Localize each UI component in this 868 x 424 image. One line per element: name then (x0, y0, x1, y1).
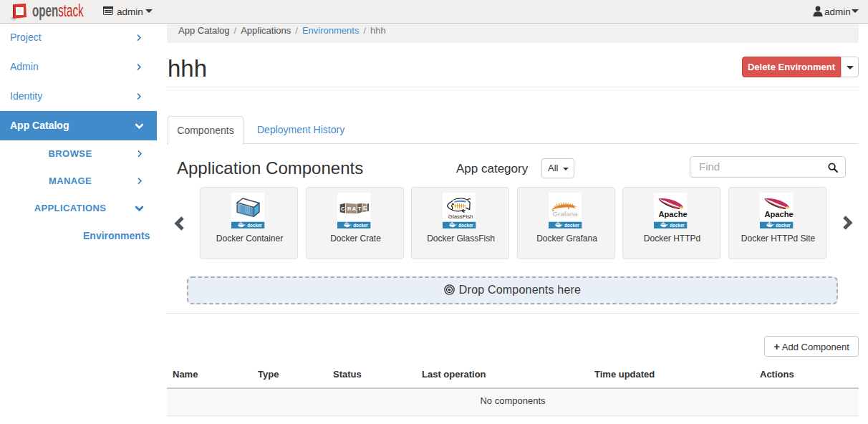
svg-text:R: R (347, 206, 352, 212)
svg-text:docker: docker (458, 223, 473, 228)
svg-text:docker: docker (564, 223, 579, 228)
svg-text:C: C (341, 206, 345, 212)
svg-text:GlassFish: GlassFish (448, 213, 473, 220)
svg-text:Apache: Apache (658, 210, 687, 218)
svg-text:docker: docker (776, 223, 791, 228)
svg-text:T: T (358, 206, 362, 212)
svg-text:docker: docker (353, 223, 368, 228)
svg-text:E: E (363, 205, 367, 211)
svg-text:docker: docker (247, 223, 262, 228)
svg-text:A: A (352, 206, 357, 212)
svg-text:Apache: Apache (764, 210, 793, 218)
svg-text:docker: docker (670, 223, 685, 228)
svg-text:Grafana: Grafana (553, 210, 579, 218)
